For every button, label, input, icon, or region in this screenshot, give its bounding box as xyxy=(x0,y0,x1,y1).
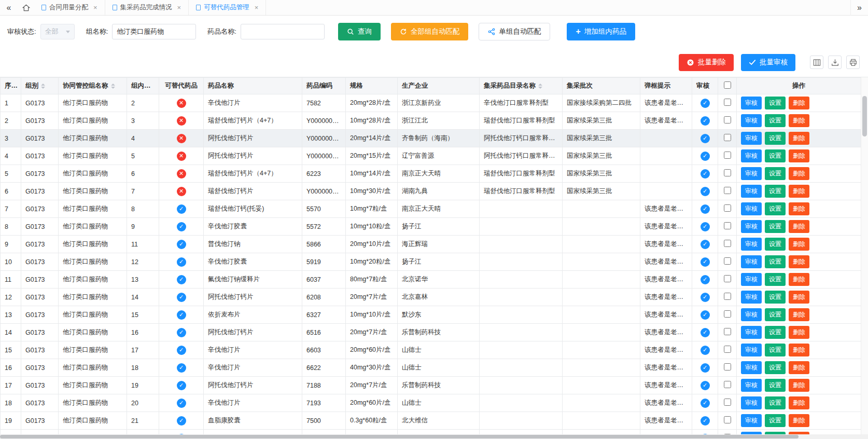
row-delete-button[interactable]: 删除 xyxy=(789,97,809,109)
tab-item[interactable]: 合同用量分配× xyxy=(34,0,105,15)
tab-item[interactable]: 集采药品完成情况× xyxy=(105,0,189,15)
auto-match-single-button[interactable]: 单组自动匹配 xyxy=(479,23,550,40)
row-checkbox[interactable] xyxy=(724,381,731,388)
row-delete-button[interactable]: 删除 xyxy=(789,326,809,339)
row-delete-button[interactable]: 删除 xyxy=(789,273,809,286)
audit-status-select[interactable]: 全部 xyxy=(40,24,75,39)
row-checkbox[interactable] xyxy=(724,275,731,282)
row-checkbox[interactable] xyxy=(724,310,731,318)
row-delete-button[interactable]: 删除 xyxy=(789,149,809,162)
row-delete-button[interactable]: 删除 xyxy=(789,132,809,145)
row-settings-button[interactable]: 设置 xyxy=(765,132,786,145)
row-settings-button[interactable]: 设置 xyxy=(765,414,786,427)
row-settings-button[interactable]: 设置 xyxy=(765,361,786,374)
row-checkbox[interactable] xyxy=(724,134,731,141)
column-settings-button[interactable] xyxy=(810,56,823,69)
column-header-group_name[interactable]: 协同管控组名称 xyxy=(59,78,127,94)
row-audit-button[interactable]: 审核 xyxy=(741,308,762,321)
row-audit-button[interactable]: 审核 xyxy=(741,132,762,145)
print-button[interactable] xyxy=(846,56,860,69)
home-icon[interactable] xyxy=(18,0,34,16)
drug-name-input[interactable] xyxy=(241,24,325,39)
row-audit-button[interactable]: 审核 xyxy=(741,414,762,427)
row-delete-button[interactable]: 删除 xyxy=(789,379,809,392)
row-settings-button[interactable]: 设置 xyxy=(765,344,786,356)
row-audit-button[interactable]: 审核 xyxy=(741,344,762,356)
row-delete-button[interactable]: 删除 xyxy=(789,255,809,268)
row-checkbox[interactable] xyxy=(724,204,731,212)
row-delete-button[interactable]: 删除 xyxy=(789,220,809,233)
row-checkbox[interactable] xyxy=(724,99,731,106)
row-settings-button[interactable]: 设置 xyxy=(765,308,786,321)
row-checkbox[interactable] xyxy=(724,257,731,265)
row-audit-button[interactable]: 审核 xyxy=(741,273,762,286)
tab-item[interactable]: 可替代药品管理× xyxy=(189,0,266,15)
close-icon[interactable]: × xyxy=(255,4,259,11)
auto-match-all-button[interactable]: 全部组自动匹配 xyxy=(391,23,469,40)
row-settings-button[interactable]: 设置 xyxy=(765,167,786,180)
row-delete-button[interactable]: 删除 xyxy=(789,308,809,321)
row-settings-button[interactable]: 设置 xyxy=(765,255,786,268)
row-audit-button[interactable]: 审核 xyxy=(741,185,762,198)
close-icon[interactable]: × xyxy=(177,4,181,11)
batch-audit-button[interactable]: 批量审核 xyxy=(741,54,795,71)
row-checkbox[interactable] xyxy=(724,416,731,423)
row-audit-button[interactable]: 审核 xyxy=(741,238,762,251)
row-delete-button[interactable]: 删除 xyxy=(789,114,809,127)
vertical-scrollbar-thumb[interactable] xyxy=(862,96,867,136)
row-checkbox[interactable] xyxy=(724,346,731,353)
sort-icon[interactable] xyxy=(538,84,542,89)
row-settings-button[interactable]: 设置 xyxy=(765,220,786,233)
row-delete-button[interactable]: 删除 xyxy=(789,344,809,356)
column-header-catalog[interactable]: 集采药品目录名称 xyxy=(480,78,563,94)
sort-icon[interactable] xyxy=(111,84,115,89)
row-checkbox[interactable] xyxy=(724,240,731,247)
scroll-tabs-left-icon[interactable]: « xyxy=(0,0,18,16)
row-audit-button[interactable]: 审核 xyxy=(741,149,762,162)
horizontal-scrollbar-thumb[interactable] xyxy=(0,435,799,438)
scroll-tabs-right-icon[interactable]: » xyxy=(850,0,868,16)
row-settings-button[interactable]: 设置 xyxy=(765,114,786,127)
row-audit-button[interactable]: 审核 xyxy=(741,97,762,109)
row-settings-button[interactable]: 设置 xyxy=(765,202,786,215)
row-settings-button[interactable]: 设置 xyxy=(765,238,786,251)
row-audit-button[interactable]: 审核 xyxy=(741,220,762,233)
row-audit-button[interactable]: 审核 xyxy=(741,291,762,304)
row-settings-button[interactable]: 设置 xyxy=(765,396,786,409)
row-audit-button[interactable]: 审核 xyxy=(741,114,762,127)
row-settings-button[interactable]: 设置 xyxy=(765,291,786,304)
group-name-input[interactable] xyxy=(112,24,196,39)
row-audit-button[interactable]: 审核 xyxy=(741,396,762,409)
column-header-group[interactable]: 组别 xyxy=(21,78,59,94)
row-audit-button[interactable]: 审核 xyxy=(741,255,762,268)
row-checkbox[interactable] xyxy=(724,293,731,300)
row-delete-button[interactable]: 删除 xyxy=(789,361,809,374)
row-delete-button[interactable]: 删除 xyxy=(789,185,809,198)
row-delete-button[interactable]: 删除 xyxy=(789,238,809,251)
row-settings-button[interactable]: 设置 xyxy=(765,326,786,339)
row-delete-button[interactable]: 删除 xyxy=(789,396,809,409)
row-audit-button[interactable]: 审核 xyxy=(741,361,762,374)
select-all-checkbox[interactable] xyxy=(724,81,731,89)
row-checkbox[interactable] xyxy=(724,399,731,406)
row-checkbox[interactable] xyxy=(724,116,731,124)
row-delete-button[interactable]: 删除 xyxy=(789,291,809,304)
row-delete-button[interactable]: 删除 xyxy=(789,167,809,180)
row-checkbox[interactable] xyxy=(724,328,731,335)
row-settings-button[interactable]: 设置 xyxy=(765,273,786,286)
export-button[interactable] xyxy=(828,56,842,69)
row-audit-button[interactable]: 审核 xyxy=(741,379,762,392)
row-audit-button[interactable]: 审核 xyxy=(741,202,762,215)
row-settings-button[interactable]: 设置 xyxy=(765,97,786,109)
close-icon[interactable]: × xyxy=(93,4,97,11)
sort-icon[interactable] xyxy=(41,84,45,89)
row-delete-button[interactable]: 删除 xyxy=(789,414,809,427)
add-group-drug-button[interactable]: + 增加组内药品 xyxy=(567,23,635,40)
row-checkbox[interactable] xyxy=(724,152,731,159)
row-settings-button[interactable]: 设置 xyxy=(765,185,786,198)
row-delete-button[interactable]: 删除 xyxy=(789,202,809,215)
row-audit-button[interactable]: 审核 xyxy=(741,167,762,180)
row-settings-button[interactable]: 设置 xyxy=(765,379,786,392)
row-checkbox[interactable] xyxy=(724,222,731,229)
row-checkbox[interactable] xyxy=(724,363,731,371)
